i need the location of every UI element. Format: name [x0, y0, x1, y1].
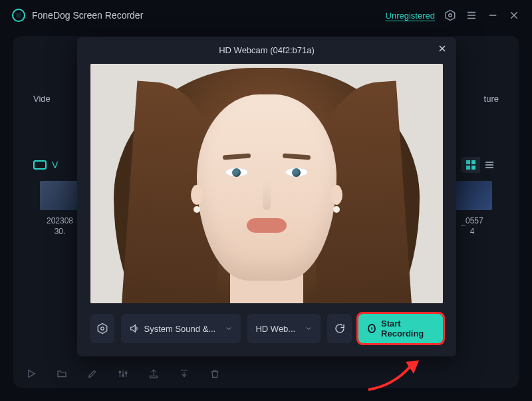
settings-hex-icon[interactable]: [444, 9, 456, 21]
svg-marker-0: [446, 11, 455, 21]
app-title: FoneDog Screen Recorder: [32, 10, 143, 21]
dialog-controls: System Sound &... HD Web... Start Record…: [77, 303, 456, 343]
speaker-icon: [129, 323, 140, 334]
list-view-button[interactable]: [480, 157, 499, 173]
file-name-label: _05574: [461, 215, 483, 237]
mode-card-left-label: Vide: [33, 94, 51, 104]
chevron-down-icon: [305, 325, 313, 333]
video-tab-icon[interactable]: [33, 160, 47, 170]
svg-rect-10: [466, 166, 470, 170]
close-icon[interactable]: [438, 44, 448, 55]
edit-icon[interactable]: [86, 368, 98, 380]
dialog-title: HD Webcam (04f2:b71a): [219, 45, 315, 55]
video-tab-label[interactable]: V: [52, 160, 58, 170]
file-thumbnail-icon: [452, 181, 492, 210]
svg-marker-15: [29, 370, 35, 378]
unregistered-link[interactable]: Unregistered: [386, 11, 435, 21]
svg-rect-22: [150, 376, 158, 378]
svg-point-1: [449, 14, 452, 17]
settings-button[interactable]: [90, 314, 114, 343]
grid-view-button[interactable]: [462, 157, 480, 173]
title-bar-right: Unregistered: [386, 9, 520, 21]
title-bar: FoneDog Screen Recorder Unregistered: [0, 0, 532, 31]
file-thumbnail-icon: [40, 181, 80, 210]
record-icon: [368, 324, 376, 333]
app-logo-icon: [12, 9, 25, 22]
mode-card-right-label: ture: [484, 94, 499, 104]
webcam-preview: [90, 64, 443, 303]
svg-rect-9: [471, 160, 475, 164]
minimize-button[interactable]: [487, 9, 499, 21]
play-icon[interactable]: [25, 368, 37, 380]
webcam-feed-placeholder: [90, 64, 443, 303]
share-icon[interactable]: [178, 368, 190, 380]
view-switch: [462, 157, 499, 173]
audio-source-dropdown[interactable]: System Sound &...: [121, 314, 241, 343]
close-window-button[interactable]: [508, 9, 520, 21]
start-recording-button[interactable]: Start Recording: [358, 314, 443, 343]
trash-icon[interactable]: [209, 368, 221, 380]
menu-icon[interactable]: [466, 9, 477, 21]
webcam-preview-dialog: HD Webcam (04f2:b71a) System Sound: [77, 37, 456, 356]
webcam-device-dropdown[interactable]: HD Web...: [247, 314, 321, 343]
audio-source-label: System Sound &...: [129, 323, 215, 334]
folder-icon[interactable]: [56, 368, 68, 380]
file-name-label: 20230830.: [47, 215, 73, 237]
footer-toolbar: [25, 368, 221, 380]
chevron-down-icon: [225, 325, 233, 333]
dialog-header: HD Webcam (04f2:b71a): [77, 37, 456, 63]
svg-point-27: [101, 327, 104, 331]
title-bar-left: FoneDog Screen Recorder: [12, 9, 143, 22]
mode-card-left-fragment: Vide: [33, 52, 73, 145]
svg-rect-8: [466, 160, 470, 164]
svg-rect-11: [471, 166, 475, 170]
settings-sliders-icon[interactable]: [117, 368, 129, 380]
mode-card-right-fragment: ture: [459, 52, 499, 145]
refresh-button[interactable]: [327, 314, 351, 343]
export-icon[interactable]: [148, 368, 160, 380]
start-recording-label: Start Recording: [381, 319, 434, 338]
webcam-device-label: HD Web...: [255, 324, 295, 334]
svg-marker-26: [98, 324, 107, 334]
